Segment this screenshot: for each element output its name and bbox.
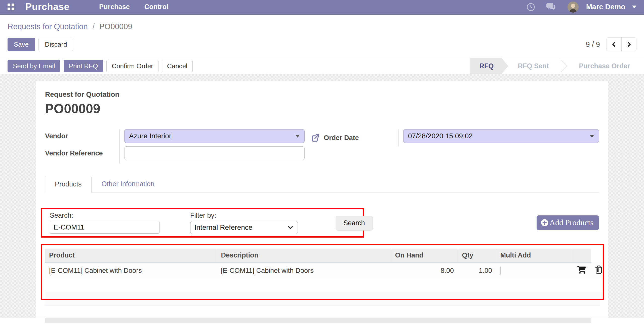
navbar-right: Marc Demo xyxy=(526,2,636,13)
select-chevron-down-icon xyxy=(287,224,294,231)
cancel-button[interactable]: Cancel xyxy=(162,60,193,72)
cell-description[interactable]: [E-COM11] Cabinet with Doors xyxy=(217,262,391,279)
state-purchase-order[interactable]: Purchase Order xyxy=(569,58,639,74)
order-date-label: Order Date xyxy=(324,134,359,142)
messages-chat-icon[interactable] xyxy=(546,3,556,12)
main-menu: Purchase Control xyxy=(99,3,169,11)
app-window: Purchase Purchase Control Marc Demo Requ… xyxy=(0,0,644,324)
form-sheet: Request for Quotation PO00009 Vendor Azu… xyxy=(36,81,608,318)
pager-next-button[interactable] xyxy=(621,37,636,51)
pager-count: 9 / 9 xyxy=(586,40,600,49)
control-panel: Requests for Quotation / PO00009 Save Di… xyxy=(0,15,644,58)
tab-products[interactable]: Products xyxy=(45,176,92,192)
statusbar-buttons: Send by Email Print RFQ Confirm Order Ca… xyxy=(8,58,193,74)
next-table-header-strip xyxy=(45,318,591,323)
app-brand[interactable]: Purchase xyxy=(25,2,69,12)
cell-qty[interactable]: 1.00 xyxy=(458,262,496,279)
record-name: PO00009 xyxy=(45,101,599,116)
filter-selected-value: Internal Reference xyxy=(194,223,252,232)
plus-circle-icon xyxy=(541,219,549,227)
top-navbar: Purchase Purchase Control Marc Demo xyxy=(0,0,644,15)
cell-add-to-cart xyxy=(572,262,591,279)
form-view-background: Request for Quotation PO00009 Vendor Azu… xyxy=(0,74,644,318)
print-rfq-button[interactable]: Print RFQ xyxy=(64,60,103,72)
field-groups: Vendor Azure Interior Vendor Reference xyxy=(45,129,599,164)
confirm-order-button[interactable]: Confirm Order xyxy=(106,60,158,72)
pager: 9 / 9 xyxy=(586,37,636,51)
filter-select[interactable]: Internal Reference xyxy=(190,221,298,234)
cell-multi-add xyxy=(496,262,572,279)
notebook-tabs: Products Other Information xyxy=(45,176,599,192)
col-description[interactable]: Description xyxy=(217,249,391,262)
vendor-label: Vendor xyxy=(45,129,119,146)
order-date-dropdown-caret-icon[interactable] xyxy=(590,135,594,138)
filter-group: Filter by: Internal Reference xyxy=(190,211,298,234)
cell-on-hand: 8.00 xyxy=(391,262,458,279)
cart-icon[interactable] xyxy=(577,268,586,275)
menu-control[interactable]: Control xyxy=(144,3,169,11)
discard-button[interactable]: Discard xyxy=(38,38,73,51)
send-by-email-button[interactable]: Send by Email xyxy=(8,60,60,72)
state-chevron-separator-icon xyxy=(558,58,569,74)
search-label: Search: xyxy=(50,211,159,219)
vendor-value: Azure Interior xyxy=(129,132,171,140)
pager-previous-button[interactable] xyxy=(607,37,622,51)
activities-clock-icon[interactable] xyxy=(526,3,535,12)
statusbar-states: RFQ RFQ Sent Purchase Order xyxy=(470,58,639,74)
breadcrumb-separator: / xyxy=(92,22,95,31)
state-rfq-sent[interactable]: RFQ Sent xyxy=(508,58,558,74)
col-product[interactable]: Product xyxy=(45,249,217,262)
breadcrumb-parent-link[interactable]: Requests for Quotation xyxy=(8,22,88,31)
product-search-row: Search: Filter by: Internal Reference Se… xyxy=(45,208,599,238)
user-name[interactable]: Marc Demo xyxy=(586,3,625,11)
products-search-table: Product Description On Hand Qty Multi Ad… xyxy=(45,249,602,279)
list-footer-strip xyxy=(45,300,600,306)
vendor-field[interactable]: Azure Interior xyxy=(124,129,305,143)
state-rfq[interactable]: RFQ xyxy=(470,58,508,74)
menu-purchase[interactable]: Purchase xyxy=(99,3,130,11)
text-cursor xyxy=(172,132,172,140)
user-menu-caret-icon[interactable] xyxy=(632,6,636,8)
filter-by-label: Filter by: xyxy=(190,211,298,219)
annotation-table-box: Product Description On Hand Qty Multi Ad… xyxy=(41,244,604,300)
add-products-button[interactable]: Add Products xyxy=(537,215,599,230)
order-date-value: 07/28/2020 15:09:02 xyxy=(408,132,473,140)
vendor-reference-input[interactable] xyxy=(124,146,305,160)
table-footer-strip xyxy=(45,292,603,299)
sheet-title-label: Request for Quotation xyxy=(45,90,599,99)
cell-product[interactable]: [E-COM11] Cabinet with Doors xyxy=(45,262,217,279)
vendor-dropdown-caret-icon[interactable] xyxy=(295,135,300,138)
form-statusbar: Send by Email Print RFQ Confirm Order Ca… xyxy=(0,58,644,74)
actions-row: Save Discard 9 / 9 xyxy=(8,37,636,51)
annotation-search-box: Search: Filter by: Internal Reference Se… xyxy=(41,208,364,238)
col-actions xyxy=(572,249,591,262)
col-multi-add[interactable]: Multi Add xyxy=(496,249,572,262)
search-input[interactable] xyxy=(50,221,159,234)
spacer xyxy=(45,306,599,318)
col-qty[interactable]: Qty xyxy=(458,249,496,262)
breadcrumb-current: PO00009 xyxy=(99,22,132,31)
order-date-label-cell: Order Date xyxy=(311,129,398,146)
table-row[interactable]: [E-COM11] Cabinet with Doors [E-COM11] C… xyxy=(45,262,602,279)
user-avatar[interactable] xyxy=(568,2,579,13)
breadcrumb: Requests for Quotation / PO00009 xyxy=(8,22,636,32)
save-button[interactable]: Save xyxy=(8,38,35,51)
col-delete xyxy=(591,249,602,262)
table-empty-rows xyxy=(45,279,602,292)
external-link-icon[interactable] xyxy=(311,133,320,143)
cell-delete xyxy=(591,262,602,279)
multi-add-checkbox[interactable] xyxy=(500,267,501,275)
tab-other-information[interactable]: Other Information xyxy=(92,176,165,192)
order-date-field[interactable]: 07/28/2020 15:09:02 xyxy=(403,129,599,143)
search-group: Search: xyxy=(50,211,159,234)
vendor-reference-label: Vendor Reference xyxy=(45,146,119,164)
apps-grid-icon[interactable] xyxy=(8,4,14,10)
trash-icon[interactable] xyxy=(595,268,602,275)
search-button[interactable]: Search xyxy=(336,216,373,231)
table-header-row: Product Description On Hand Qty Multi Ad… xyxy=(45,249,602,262)
col-on-hand[interactable]: On Hand xyxy=(391,249,458,262)
